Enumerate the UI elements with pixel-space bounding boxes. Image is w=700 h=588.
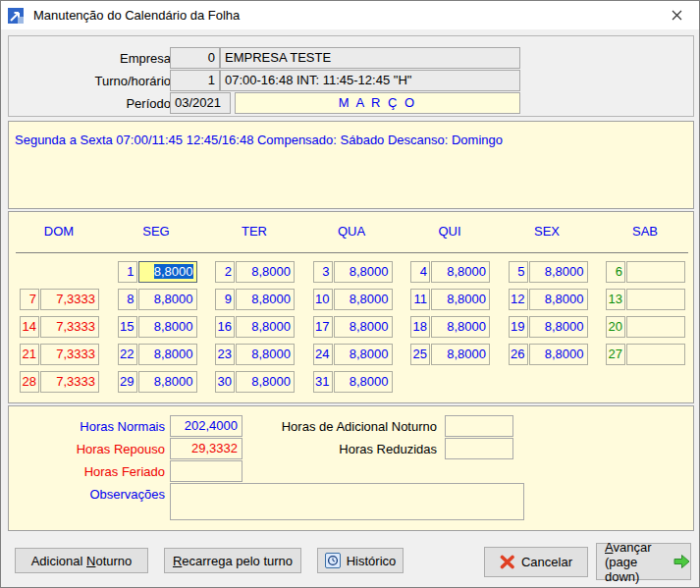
- calendar-cell-day-29[interactable]: 298,8000: [118, 371, 197, 393]
- calendar-cell-day-10[interactable]: 108,8000: [313, 289, 393, 310]
- horas-repouso-field[interactable]: 29,3332: [170, 438, 242, 459]
- empresa-code-field[interactable]: 0: [170, 47, 220, 69]
- calendar-cell-day-28[interactable]: 287,3333: [20, 371, 99, 393]
- calendar-cell-day-2[interactable]: 28,8000: [215, 261, 295, 283]
- calendar-cell-day-5[interactable]: 58,8000: [509, 261, 588, 283]
- day-hours-field[interactable]: 8,8000: [431, 289, 490, 310]
- day-hours-field[interactable]: [626, 289, 685, 310]
- calendar-cell-day-18[interactable]: 188,8000: [410, 316, 490, 338]
- calendar-cell-day-31[interactable]: 318,8000: [313, 371, 393, 393]
- calendar-cell-day-9[interactable]: 98,8000: [215, 289, 295, 310]
- recarrega-pelo-turno-button[interactable]: Recarrega pelo turno: [164, 548, 301, 573]
- avancar-button[interactable]: Avançar (page down): [596, 543, 691, 580]
- horas-normais-field[interactable]: 202,4000: [170, 415, 242, 437]
- close-button[interactable]: [655, 1, 699, 28]
- calendar-cell-day-23[interactable]: 238,8000: [215, 344, 295, 365]
- calendar-cell-day-27[interactable]: 27: [606, 344, 685, 365]
- calendar-cell-day-30[interactable]: 308,8000: [215, 371, 295, 393]
- calendar-cell-day-16[interactable]: 168,8000: [215, 316, 295, 338]
- calendar-cell-day-1[interactable]: 18,8000: [118, 261, 197, 283]
- day-hours-field[interactable]: 8,8000: [138, 316, 197, 338]
- day-hours-field[interactable]: 8,8000: [529, 261, 588, 283]
- adicional-noturno-button[interactable]: Adicional Noturno: [15, 548, 148, 573]
- historico-button[interactable]: Histórico: [317, 548, 404, 573]
- day-hours-field[interactable]: 7,3333: [40, 371, 99, 393]
- calendar-cell-day-6[interactable]: 6: [606, 261, 685, 283]
- dialog-window: Manutenção do Calendário da Folha Empres…: [0, 0, 700, 588]
- day-number: 6: [606, 261, 625, 283]
- day-hours-field[interactable]: 8,8000: [334, 289, 393, 310]
- day-hours-field[interactable]: 8,8000: [138, 371, 197, 393]
- turno-name-field[interactable]: 07:00-16:48 INT: 11:45-12:45 "H": [220, 70, 520, 91]
- day-hours-field[interactable]: 8,8000: [529, 289, 588, 310]
- horas-normais-label: Horas Normais: [80, 419, 165, 434]
- day-hours-field[interactable]: [626, 344, 685, 365]
- calendar-cell-day-22[interactable]: 228,8000: [118, 344, 197, 365]
- day-hours-field[interactable]: 8,8000: [236, 261, 295, 283]
- day-number: 9: [215, 289, 235, 310]
- calendar-cell-day-13[interactable]: 13: [606, 289, 685, 310]
- calendar-cell-day-21[interactable]: 217,3333: [20, 344, 99, 365]
- day-hours-field[interactable]: 7,3333: [40, 344, 99, 365]
- turno-label: Turno/horário: [14, 74, 171, 88]
- calendar-cell-day-4[interactable]: 48,8000: [410, 261, 490, 283]
- observacoes-field[interactable]: [170, 483, 524, 520]
- day-hours-field[interactable]: 8,8000: [334, 316, 393, 338]
- day-number: 2: [215, 261, 235, 283]
- calendar-cell-day-7[interactable]: 77,3333: [20, 289, 99, 310]
- day-hours-field[interactable]: 8,8000: [334, 371, 393, 393]
- empresa-name-field[interactable]: EMPRESA TESTE: [220, 47, 520, 69]
- day-hours-field[interactable]: 8,8000: [236, 344, 295, 365]
- day-hours-field[interactable]: 8,8000: [529, 344, 588, 365]
- day-hours-field[interactable]: 8,8000: [431, 261, 490, 283]
- day-number: 24: [313, 344, 333, 365]
- day-hours-field[interactable]: 8,8000: [334, 344, 393, 365]
- day-hours-field[interactable]: 8,8000: [431, 316, 490, 338]
- calendar-cell-day-17[interactable]: 178,8000: [313, 316, 393, 338]
- adicional-noturno-field[interactable]: [445, 415, 513, 437]
- periodo-field[interactable]: 03/2021: [170, 92, 231, 114]
- day-number: 10: [313, 289, 333, 310]
- horas-repouso-label: Horas Repouso: [77, 442, 165, 456]
- day-number: 29: [118, 371, 137, 393]
- day-hours-field[interactable]: 8,8000: [431, 344, 490, 365]
- calendar-cell-day-26[interactable]: 268,8000: [509, 344, 588, 365]
- day-hours-field[interactable]: 7,3333: [40, 316, 99, 338]
- cancelar-button[interactable]: Cancelar: [484, 547, 588, 577]
- calendar-cell-day-24[interactable]: 248,8000: [313, 344, 393, 365]
- calendar-cell-day-20[interactable]: 20: [606, 316, 685, 338]
- day-hours-field[interactable]: 8,8000: [236, 371, 295, 393]
- calendar-cell-day-19[interactable]: 198,8000: [509, 316, 588, 338]
- day-hours-field[interactable]: 8,8000: [334, 261, 393, 283]
- day-hours-field[interactable]: 7,3333: [40, 289, 99, 310]
- day-hours-field[interactable]: [626, 261, 685, 283]
- day-number: 19: [509, 316, 528, 338]
- horas-feriado-field[interactable]: [170, 460, 242, 482]
- calendar-cell-day-14[interactable]: 147,3333: [20, 316, 99, 338]
- day-hours-field[interactable]: [626, 316, 685, 338]
- day-number: 13: [606, 289, 625, 310]
- day-number: 3: [313, 261, 333, 283]
- horas-reduzidas-field[interactable]: [445, 438, 513, 459]
- day-header-seg: SEG: [117, 224, 195, 239]
- day-header-ter: TER: [215, 224, 294, 239]
- day-hours-field[interactable]: 8,8000: [236, 289, 295, 310]
- turno-code-field[interactable]: 1: [170, 70, 220, 91]
- empresa-label: Empresa: [14, 51, 171, 66]
- calendar-cell-day-12[interactable]: 128,8000: [509, 289, 588, 310]
- close-icon: [672, 10, 682, 21]
- day-hours-field[interactable]: 8,8000: [138, 344, 197, 365]
- calendar-cell-day-8[interactable]: 88,8000: [118, 289, 197, 310]
- calendar-cell-day-3[interactable]: 38,8000: [313, 261, 393, 283]
- day-hours-field[interactable]: 8,8000: [138, 261, 197, 283]
- selected-hours-text: 8,8000: [154, 264, 193, 279]
- calendar-cell-day-25[interactable]: 258,8000: [410, 344, 490, 365]
- day-hours-field[interactable]: 8,8000: [236, 316, 295, 338]
- calendar-cell-day-11[interactable]: 118,8000: [410, 289, 490, 310]
- calendar-cell-day-15[interactable]: 158,8000: [118, 316, 197, 338]
- day-header-sex: SEX: [508, 224, 586, 239]
- day-hours-field[interactable]: 8,8000: [138, 289, 197, 310]
- day-number: 22: [118, 344, 137, 365]
- window-title: Manutenção do Calendário da Folha: [33, 8, 240, 23]
- day-hours-field[interactable]: 8,8000: [529, 316, 588, 338]
